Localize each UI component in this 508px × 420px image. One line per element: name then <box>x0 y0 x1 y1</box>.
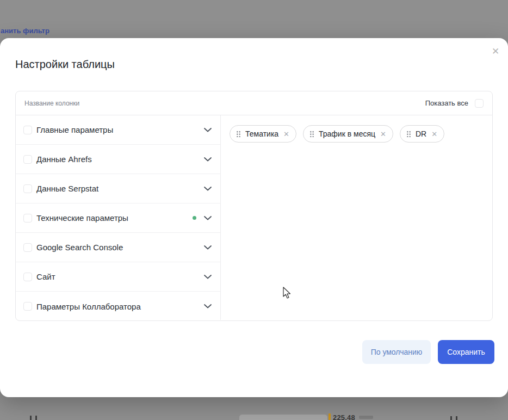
selected-columns-area: Тематика ✕ Трафик в месяц ✕ DR ✕ <box>221 115 492 320</box>
category-label: Данные Ahrefs <box>36 155 92 164</box>
category-label: Главные параметры <box>36 125 113 134</box>
category-checkbox[interactable] <box>23 126 32 134</box>
category-checkbox[interactable] <box>23 243 32 252</box>
drag-handle-icon[interactable] <box>237 131 240 137</box>
show-all-control: Показать все <box>425 99 484 108</box>
chevron-down-icon[interactable] <box>204 245 212 250</box>
chips-container: Тематика ✕ Трафик в месяц ✕ DR ✕ <box>230 125 484 143</box>
column-name-label: Название колонки <box>24 100 79 107</box>
category-row-google-search-console[interactable]: Google Search Console <box>16 233 220 262</box>
category-row-serpstat[interactable]: Данные Serpstat <box>16 174 220 203</box>
category-checkbox[interactable] <box>23 214 32 223</box>
show-all-label: Показать все <box>425 99 468 107</box>
obscured-button-fragment <box>239 415 327 420</box>
category-checkbox[interactable] <box>23 155 32 164</box>
chevron-down-icon[interactable] <box>204 304 212 308</box>
chevron-down-icon[interactable] <box>204 157 212 162</box>
category-list: Главные параметры Данные Ahrefs <box>16 115 221 320</box>
close-icon[interactable]: ✕ <box>489 45 502 58</box>
chevron-down-icon[interactable] <box>204 216 212 220</box>
default-button[interactable]: По умолчанию <box>362 340 431 364</box>
orange-marker-bar <box>329 413 331 420</box>
category-checkbox[interactable] <box>23 184 32 193</box>
obscured-value-fragment: 225.48 <box>333 413 355 420</box>
save-button[interactable]: Сохранить <box>438 340 494 364</box>
chevron-down-icon[interactable] <box>204 187 212 191</box>
remove-chip-icon[interactable]: ✕ <box>431 131 437 138</box>
category-row-technical-params[interactable]: Технические параметры <box>16 203 220 233</box>
category-checkbox[interactable] <box>23 273 32 281</box>
category-row-site[interactable]: Сайт <box>16 262 220 292</box>
obscured-unit-fragment <box>359 416 373 419</box>
drag-handle-icon[interactable] <box>407 131 411 137</box>
modal-title: Настройки таблицы <box>15 58 115 71</box>
panel-body: Главные параметры Данные Ahrefs <box>16 115 492 320</box>
column-chip-tematika[interactable]: Тематика ✕ <box>230 125 296 143</box>
category-row-collaborator-params[interactable]: Параметры Коллаборатора <box>16 292 220 321</box>
show-all-checkbox[interactable] <box>475 99 484 108</box>
table-settings-modal: Настройки таблицы ✕ Название колонки Пок… <box>0 38 508 397</box>
category-row-main-params[interactable]: Главные параметры <box>16 115 220 145</box>
category-label: Сайт <box>36 272 55 281</box>
active-indicator-dot <box>193 216 196 220</box>
chip-label: Тематика <box>245 129 278 138</box>
chevron-down-icon[interactable] <box>204 275 212 279</box>
chip-label: Трафик в месяц <box>319 129 375 138</box>
save-filter-link: анить фильтр <box>1 27 49 35</box>
category-label: Технические параметры <box>36 213 128 223</box>
remove-chip-icon[interactable]: ✕ <box>283 131 289 138</box>
category-label: Google Search Console <box>36 243 123 252</box>
column-chip-dr[interactable]: DR ✕ <box>400 125 444 143</box>
category-label: Параметры Коллаборатора <box>36 302 141 311</box>
remove-chip-icon[interactable]: ✕ <box>380 131 386 138</box>
chevron-down-icon[interactable] <box>204 128 212 132</box>
category-label: Данные Serpstat <box>36 184 98 193</box>
category-row-ahrefs[interactable]: Данные Ahrefs <box>16 145 220 174</box>
drag-handle-icon[interactable] <box>310 131 314 137</box>
chip-label: DR <box>416 129 426 138</box>
column-chip-traffic[interactable]: Трафик в месяц ✕ <box>303 125 393 143</box>
columns-panel: Название колонки Показать все Главные па… <box>15 91 493 321</box>
category-checkbox[interactable] <box>23 302 32 311</box>
panel-header: Название колонки Показать все <box>16 91 492 115</box>
